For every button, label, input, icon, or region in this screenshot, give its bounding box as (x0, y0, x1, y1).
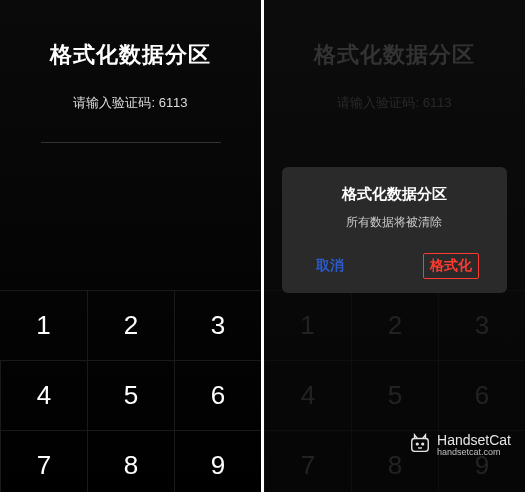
keypad-right: 1 2 3 4 5 6 7 8 9 (264, 290, 525, 500)
cancel-button[interactable]: 取消 (310, 253, 350, 279)
key-1[interactable]: 1 (0, 290, 87, 360)
dialog-title: 格式化数据分区 (296, 185, 492, 204)
key-3[interactable]: 3 (438, 290, 525, 360)
key-2[interactable]: 2 (87, 290, 174, 360)
key-1[interactable]: 1 (264, 290, 351, 360)
verification-prompt: 请输入验证码: 6113 (0, 94, 261, 112)
header-right: 格式化数据分区 请输入验证码: 6113 (264, 0, 525, 112)
key-8[interactable]: 8 (87, 430, 174, 500)
format-button[interactable]: 格式化 (423, 253, 479, 279)
dialog-actions: 取消 格式化 (296, 253, 492, 281)
screenshot-right: 格式化数据分区 请输入验证码: 6113 1 2 3 4 5 6 7 8 9 格… (264, 0, 525, 500)
header-left: 格式化数据分区 请输入验证码: 6113 (0, 0, 261, 143)
key-7[interactable]: 7 (264, 430, 351, 500)
key-9[interactable]: 9 (438, 430, 525, 500)
key-7[interactable]: 7 (0, 430, 87, 500)
key-3[interactable]: 3 (174, 290, 261, 360)
key-4[interactable]: 4 (264, 360, 351, 430)
key-5[interactable]: 5 (87, 360, 174, 430)
dialog-message: 所有数据将被清除 (296, 214, 492, 231)
key-5[interactable]: 5 (351, 360, 438, 430)
key-2[interactable]: 2 (351, 290, 438, 360)
page-title: 格式化数据分区 (0, 40, 261, 70)
key-9[interactable]: 9 (174, 430, 261, 500)
key-4[interactable]: 4 (0, 360, 87, 430)
bottom-whitespace (0, 492, 525, 500)
page-title: 格式化数据分区 (264, 40, 525, 70)
keypad-left: 1 2 3 4 5 6 7 8 9 (0, 290, 261, 500)
key-6[interactable]: 6 (174, 360, 261, 430)
key-8[interactable]: 8 (351, 430, 438, 500)
confirm-dialog: 格式化数据分区 所有数据将被清除 取消 格式化 (282, 167, 506, 293)
key-6[interactable]: 6 (438, 360, 525, 430)
screenshot-left: 格式化数据分区 请输入验证码: 6113 1 2 3 4 5 6 7 8 9 (0, 0, 261, 500)
code-input-line[interactable] (41, 142, 221, 143)
verification-prompt: 请输入验证码: 6113 (264, 94, 525, 112)
